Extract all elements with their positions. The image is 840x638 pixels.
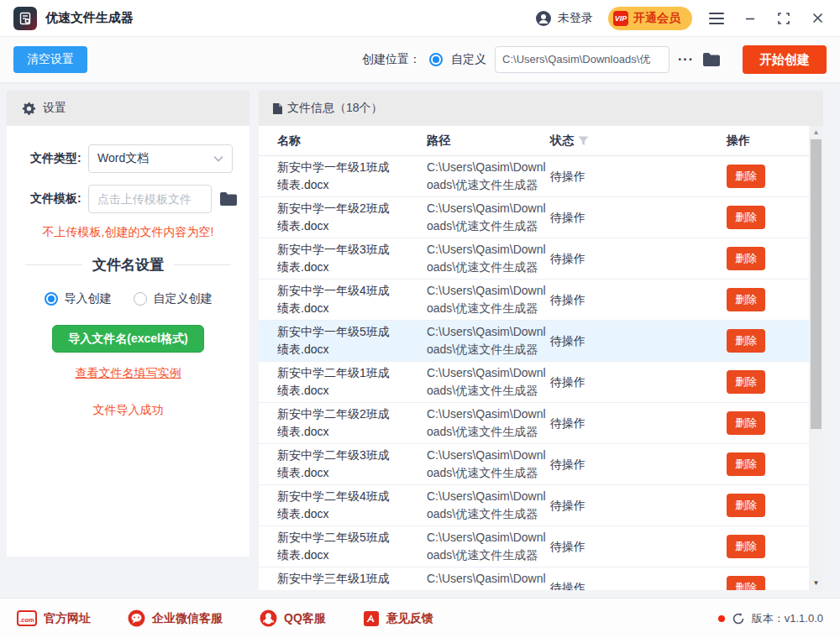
- file-type-label: 文件类型:: [30, 151, 88, 166]
- login-status-label: 未登录: [558, 11, 593, 26]
- svg-text:.com: .com: [19, 616, 34, 624]
- filename-example-link[interactable]: 查看文件名填写实例: [7, 366, 249, 381]
- cell-name: 新安中学二年级4班成绩表.docx: [277, 488, 427, 523]
- delete-button[interactable]: 删除: [727, 535, 765, 558]
- scrollbar[interactable]: ▲ ▼: [809, 126, 823, 590]
- cell-path: C:\Users\Qasim\Downloads\优速文件生成器: [427, 282, 550, 317]
- maximize-button[interactable]: [774, 9, 793, 28]
- website-icon: .com: [17, 610, 37, 626]
- cell-name: 新安中学一年级3班成绩表.docx: [277, 241, 427, 276]
- table-row: 新安中学一年级5班成绩表.docx C:\Users\Qasim\Downloa…: [259, 321, 809, 362]
- settings-panel-header: 设置: [7, 91, 249, 126]
- version-label: 版本：v1.1.0.0: [752, 611, 823, 626]
- delete-button[interactable]: 删除: [727, 411, 765, 435]
- cell-name: 新安中学二年级1班成绩表.docx: [277, 364, 427, 400]
- cell-name: 新安中学一年级4班成绩表.docx: [277, 282, 427, 317]
- template-label: 文件模板:: [30, 191, 88, 207]
- table-row: 新安中学一年级4班成绩表.docx C:\Users\Qasim\Downloa…: [259, 280, 809, 321]
- delete-button[interactable]: 删除: [727, 370, 765, 394]
- create-location-label: 创建位置：: [362, 52, 421, 67]
- delete-button[interactable]: 删除: [727, 288, 765, 311]
- delete-button[interactable]: 删除: [727, 206, 765, 229]
- cell-action: 删除: [718, 329, 809, 353]
- status-dot-icon: [718, 615, 725, 622]
- column-header-name: 名称: [277, 133, 427, 149]
- settings-panel-title: 设置: [43, 101, 66, 116]
- cell-name: 新安中学二年级2班成绩表.docx: [277, 405, 427, 441]
- cell-status: 待操作: [550, 374, 718, 391]
- delete-button[interactable]: 删除: [727, 576, 765, 590]
- qq-icon: [260, 609, 277, 627]
- delete-button[interactable]: 删除: [727, 494, 765, 517]
- official-website-link[interactable]: .com 官方网址: [17, 610, 91, 626]
- cell-path: C:\Users\Qasim\Downloads\优速文件生成器: [427, 364, 550, 400]
- qq-support-link[interactable]: QQ客服: [260, 609, 326, 627]
- column-header-action: 操作: [718, 133, 809, 149]
- cell-status: 待操作: [550, 291, 718, 309]
- cell-action: 删除: [718, 576, 809, 590]
- menu-icon[interactable]: [707, 9, 726, 28]
- scroll-up-icon[interactable]: ▲: [809, 126, 823, 138]
- settings-panel: 设置 文件类型: Word文档 文件模板:: [7, 91, 249, 557]
- delete-button[interactable]: 删除: [727, 165, 765, 188]
- cell-name: 新安中学一年级2班成绩表.docx: [277, 200, 427, 235]
- custom-create-radio-label: 自定义创建: [154, 291, 213, 306]
- import-success-status: 文件导入成功: [7, 403, 249, 418]
- template-folder-icon[interactable]: [219, 191, 238, 207]
- scroll-down-icon[interactable]: ▼: [809, 577, 823, 588]
- login-status[interactable]: 未登录: [535, 10, 593, 27]
- vip-icon: VIP: [613, 11, 628, 26]
- import-filenames-button[interactable]: 导入文件名(excel格式): [52, 325, 203, 353]
- table-body: 新安中学一年级1班成绩表.docx C:\Users\Qasim\Downloa…: [259, 156, 809, 590]
- template-upload-input[interactable]: [88, 185, 212, 213]
- divider: [174, 264, 231, 265]
- custom-create-radio[interactable]: [134, 292, 147, 306]
- cell-status: 待操作: [550, 168, 718, 186]
- wechat-support-link[interactable]: 企业微信客服: [128, 609, 223, 627]
- vip-upgrade-button[interactable]: VIP 开通会员: [608, 7, 692, 30]
- filter-icon[interactable]: [578, 136, 589, 146]
- document-icon: [272, 102, 283, 115]
- feedback-link[interactable]: 意见反馈: [363, 610, 433, 627]
- delete-button[interactable]: 删除: [727, 247, 765, 270]
- cell-path: C:\Users\Qasim\Downloads\优速文件生成器: [427, 447, 550, 482]
- minimize-button[interactable]: [741, 9, 759, 28]
- import-create-radio[interactable]: [45, 292, 58, 306]
- vip-button-label: 开通会员: [633, 11, 680, 26]
- open-folder-icon[interactable]: [702, 52, 721, 67]
- main-content: 设置 文件类型: Word文档 文件模板:: [0, 83, 840, 598]
- table-row: 新安中学二年级4班成绩表.docx C:\Users\Qasim\Downloa…: [259, 485, 809, 526]
- table-row: 新安中学二年级5班成绩表.docx C:\Users\Qasim\Downloa…: [259, 526, 809, 567]
- no-template-warning: 不上传模板,创建的文件内容为空!: [7, 225, 249, 240]
- close-button[interactable]: [808, 9, 827, 28]
- start-create-button[interactable]: 开始创建: [743, 45, 827, 74]
- browse-more-button[interactable]: ···: [678, 52, 694, 67]
- file-table: 名称 路径 状态 操作 新安中学一年级1班成绩表.docx C:\Users\Q…: [259, 126, 809, 590]
- cell-status: 待操作: [550, 456, 718, 473]
- cell-name: 新安中学一年级5班成绩表.docx: [277, 323, 427, 358]
- version-info: 版本：v1.1.0.0: [718, 611, 823, 626]
- refresh-icon[interactable]: [732, 612, 745, 625]
- output-path-input[interactable]: [495, 46, 669, 73]
- clear-settings-button[interactable]: 清空设置: [13, 46, 87, 73]
- custom-location-radio-label: 自定义: [451, 52, 486, 67]
- table-row: 新安中学一年级3班成绩表.docx C:\Users\Qasim\Downloa…: [259, 238, 809, 280]
- cell-path: C:\Users\Qasim\Downloads\优速文件生成器: [427, 323, 550, 358]
- delete-button[interactable]: 删除: [727, 329, 765, 353]
- cell-name: 新安中学一年级1班成绩表.docx: [277, 159, 427, 194]
- custom-location-radio[interactable]: [429, 53, 443, 66]
- table-row: 新安中学三年级1班成绩表.docx C:\Users\Qasim\Downloa…: [259, 567, 809, 590]
- cell-status: 待操作: [550, 332, 718, 350]
- cell-status: 待操作: [550, 250, 718, 268]
- divider: [25, 264, 82, 265]
- table-row: 新安中学二年级3班成绩表.docx C:\Users\Qasim\Downloa…: [259, 444, 809, 485]
- scrollbar-thumb[interactable]: [811, 139, 822, 429]
- cell-action: 删除: [718, 247, 809, 270]
- delete-button[interactable]: 删除: [727, 452, 765, 476]
- cell-status: 待操作: [550, 579, 718, 591]
- table-row: 新安中学一年级1班成绩表.docx C:\Users\Qasim\Downloa…: [259, 156, 809, 197]
- file-type-select[interactable]: Word文档: [88, 144, 233, 173]
- column-header-path: 路径: [427, 133, 550, 149]
- cell-name: 新安中学二年级5班成绩表.docx: [277, 529, 427, 564]
- cell-name: 新安中学三年级1班成绩表.docx: [277, 570, 427, 590]
